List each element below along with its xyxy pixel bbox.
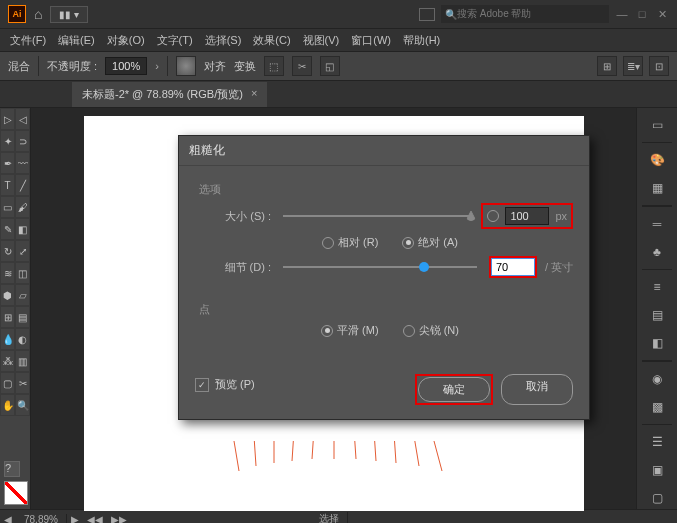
minimize-icon[interactable]: — — [615, 8, 629, 20]
panel-gradient-icon[interactable]: ▤ — [643, 304, 671, 326]
shaper-tool[interactable]: ✎ — [0, 218, 15, 240]
panel-brushes-icon[interactable]: ═ — [643, 213, 671, 235]
lasso-tool[interactable]: ⊃ — [15, 130, 30, 152]
type-tool[interactable]: T — [0, 174, 15, 196]
search-input[interactable]: 🔍 搜索 Adobe 帮助 — [441, 5, 609, 23]
corner-radio[interactable]: 尖锐 (N) — [403, 323, 459, 338]
panel-layers-icon[interactable]: ☰ — [643, 431, 671, 453]
zoom-level[interactable]: 78.89% — [16, 514, 67, 524]
size-input[interactable]: 100 — [505, 207, 549, 225]
menu-file[interactable]: 文件(F) — [6, 31, 50, 50]
panel-color-icon[interactable]: 🎨 — [643, 149, 671, 171]
preview-checkbox[interactable]: ✓ 预览 (P) — [195, 377, 255, 392]
grid-icon[interactable]: ⊞ — [597, 56, 617, 76]
svg-line-0 — [234, 441, 239, 471]
line-tool[interactable]: ╱ — [15, 174, 30, 196]
panel-transparency-icon[interactable]: ◧ — [643, 332, 671, 354]
absolute-radio[interactable]: 绝对 (A) — [402, 235, 458, 250]
artboard-tool[interactable]: ▢ — [0, 372, 15, 394]
mask-icon[interactable]: ◱ — [320, 56, 340, 76]
size-unit-radio[interactable] — [487, 210, 499, 222]
panel-properties-icon[interactable]: ▭ — [643, 114, 671, 136]
zoom-tool[interactable]: 🔍 — [15, 394, 30, 416]
detail-value-box: 70 — [489, 256, 537, 278]
symbol-sprayer-tool[interactable]: ⁂ — [0, 350, 15, 372]
perspective-tool[interactable]: ▱ — [15, 284, 30, 306]
gradient-tool[interactable]: ▤ — [15, 306, 30, 328]
ok-button[interactable]: 确定 — [418, 377, 490, 402]
panel-swatches-icon[interactable]: ▦ — [643, 177, 671, 199]
blend-label: 混合 — [8, 59, 30, 74]
more-icon[interactable]: ⊡ — [649, 56, 669, 76]
blend-tool[interactable]: ◐ — [15, 328, 30, 350]
align-menu-icon[interactable]: ≣▾ — [623, 56, 643, 76]
menu-type[interactable]: 文字(T) — [153, 31, 197, 50]
preview-check-icon: ✓ — [195, 378, 209, 392]
panel-stroke-icon[interactable]: ≡ — [643, 276, 671, 298]
detail-row: 细节 (D) : 70 / 英寸 — [207, 256, 573, 278]
artboard-next-icon[interactable]: ▶▶ — [107, 514, 131, 524]
opacity-more-icon[interactable]: › — [155, 60, 159, 72]
panel-appearance-icon[interactable]: ◉ — [643, 368, 671, 390]
isolate-icon[interactable]: ⬚ — [264, 56, 284, 76]
width-tool[interactable]: ≋ — [0, 262, 15, 284]
document-tab[interactable]: 未标题-2* @ 78.89% (RGB/预览) × — [72, 82, 267, 107]
relative-radio[interactable]: 相对 (R) — [322, 235, 378, 250]
menu-select[interactable]: 选择(S) — [201, 31, 246, 50]
scale-tool[interactable]: ⤢ — [15, 240, 30, 262]
dialog-title: 粗糙化 — [179, 136, 589, 166]
workspace-dropdown[interactable]: ▮▮ ▾ — [50, 6, 88, 23]
detail-slider-thumb[interactable] — [419, 262, 429, 272]
menu-help[interactable]: 帮助(H) — [399, 31, 444, 50]
eyedropper-tool[interactable]: 💧 — [0, 328, 15, 350]
artboard-prev-icon[interactable]: ◀◀ — [83, 514, 107, 524]
default-fill-icon[interactable]: ? — [4, 461, 20, 477]
free-transform-tool[interactable]: ◫ — [15, 262, 30, 284]
size-slider[interactable] — [283, 215, 469, 217]
ok-highlight: 确定 — [415, 374, 493, 405]
control-bar: 混合 不透明度 : 100% › 对齐 变换 ⬚ ✂ ◱ ⊞ ≣▾ ⊡ — [0, 52, 677, 81]
panel-asset-export-icon[interactable]: ▣ — [643, 459, 671, 481]
panel-graphic-styles-icon[interactable]: ▩ — [643, 396, 671, 418]
menu-view[interactable]: 视图(V) — [299, 31, 344, 50]
detail-input[interactable]: 70 — [491, 258, 535, 276]
menu-object[interactable]: 对象(O) — [103, 31, 149, 50]
selection-tool[interactable]: ▷ — [0, 108, 15, 130]
zoom-in-icon[interactable]: ▶ — [67, 514, 83, 524]
smooth-radio[interactable]: 平滑 (M) — [321, 323, 379, 338]
shape-builder-tool[interactable]: ⬢ — [0, 284, 15, 306]
home-icon[interactable]: ⌂ — [34, 6, 42, 22]
cancel-button[interactable]: 取消 — [501, 374, 573, 405]
eraser-tool[interactable]: ◧ — [15, 218, 30, 240]
curvature-tool[interactable]: 〰 — [15, 152, 30, 174]
crop-icon[interactable]: ✂ — [292, 56, 312, 76]
maximize-icon[interactable]: □ — [635, 8, 649, 20]
graph-tool[interactable]: ▥ — [15, 350, 30, 372]
brush-tool[interactable]: 🖌 — [15, 196, 30, 218]
opacity-input[interactable]: 100% — [105, 57, 147, 75]
recolor-icon[interactable] — [176, 56, 196, 76]
panel-symbols-icon[interactable]: ♣ — [643, 241, 671, 263]
panel-artboards-icon[interactable]: ▢ — [643, 487, 671, 509]
hand-tool[interactable]: ✋ — [0, 394, 15, 416]
detail-slider[interactable] — [283, 266, 477, 268]
tab-close-icon[interactable]: × — [251, 87, 257, 102]
magic-wand-tool[interactable]: ✦ — [0, 130, 15, 152]
mesh-tool[interactable]: ⊞ — [0, 306, 15, 328]
align-label[interactable]: 对齐 — [204, 59, 226, 74]
menu-effect[interactable]: 效果(C) — [249, 31, 294, 50]
fill-stroke-swatch[interactable] — [4, 481, 28, 505]
zoom-out-icon[interactable]: ◀ — [0, 514, 16, 524]
menu-edit[interactable]: 编辑(E) — [54, 31, 99, 50]
artwork-sun — [224, 441, 444, 511]
close-icon[interactable]: ✕ — [655, 8, 669, 21]
rotate-tool[interactable]: ↻ — [0, 240, 15, 262]
rect-tool[interactable]: ▭ — [0, 196, 15, 218]
direct-select-tool[interactable]: ◁ — [15, 108, 30, 130]
transform-label[interactable]: 变换 — [234, 59, 256, 74]
points-row: 平滑 (M) 尖锐 (N) — [207, 323, 573, 338]
window-mode-icon[interactable] — [419, 8, 435, 21]
menu-window[interactable]: 窗口(W) — [347, 31, 395, 50]
slice-tool[interactable]: ✂ — [15, 372, 30, 394]
pen-tool[interactable]: ✒ — [0, 152, 15, 174]
